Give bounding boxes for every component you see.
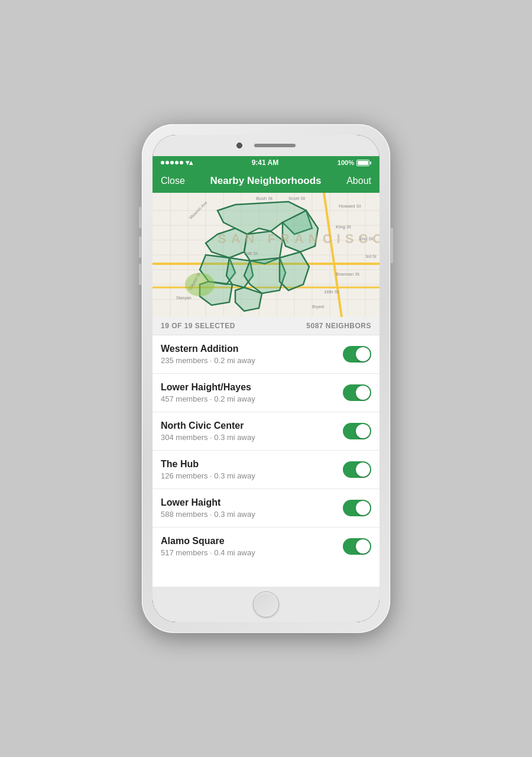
neighborhood-list: Western Addition 235 members · 0.2 mi aw…	[153, 335, 379, 587]
neighborhood-item-the-hub[interactable]: The Hub 126 members · 0.3 mi away	[153, 451, 379, 489]
close-button[interactable]: Close	[161, 176, 185, 186]
nav-title: Nearby Neighborhoods	[210, 175, 322, 187]
neighborhood-details: 588 members · 0.3 mi away	[161, 510, 343, 519]
toggle-lower-haight[interactable]	[343, 500, 371, 516]
signal-dot-2	[166, 161, 169, 164]
neighborhood-name: Alamo Square	[161, 536, 343, 546]
selection-bar: 19 OF 19 SELECTED 5087 NEIGHBORS	[153, 317, 379, 335]
neighborhood-item-alamo-square[interactable]: Alamo Square 517 members · 0.4 mi away	[153, 528, 379, 565]
signal-dot-3	[170, 161, 174, 164]
svg-text:Bryant: Bryant	[312, 305, 324, 309]
toggle-knob	[356, 539, 370, 554]
status-time: 9:41 AM	[252, 158, 279, 167]
toggle-knob	[356, 424, 370, 438]
neighborhood-name: North Civic Center	[161, 420, 343, 431]
neighborhood-item-lower-haight[interactable]: Lower Haight 588 members · 0.3 mi away	[153, 489, 379, 528]
neighborhood-info: Lower Haight 588 members · 0.3 mi away	[161, 497, 343, 519]
neighborhood-details: 126 members · 0.3 mi away	[161, 471, 343, 480]
toggle-knob	[356, 386, 370, 400]
map-container[interactable]: SAN FRANCISCO Bush St Masonic Ave Scott …	[153, 193, 379, 317]
toggle-western-addition[interactable]	[343, 346, 371, 363]
neighborhood-name: The Hub	[161, 459, 343, 470]
phone-screen: ▾▴ 9:41 AM 100% Close Nearby Neighborhoo…	[153, 156, 379, 587]
neighborhood-name: Lower Haight	[161, 497, 343, 508]
toggle-knob	[356, 347, 370, 361]
neighborhood-info: North Civic Center 304 members · 0.3 mi …	[161, 420, 343, 442]
signal-area: ▾▴	[161, 158, 193, 167]
svg-text:Howard St: Howard St	[339, 203, 361, 209]
selection-count: 19 OF 19 SELECTED	[161, 322, 235, 330]
neighborhood-item-western-addition[interactable]: Western Addition 235 members · 0.2 mi aw…	[153, 335, 379, 374]
signal-dot-1	[161, 161, 164, 164]
status-right: 100%	[338, 159, 371, 166]
neighborhood-details: 517 members · 0.4 mi away	[161, 548, 343, 557]
phone-device: ▾▴ 9:41 AM 100% Close Nearby Neighborhoo…	[142, 124, 390, 633]
neighborhood-item-north-civic-center[interactable]: North Civic Center 304 members · 0.3 mi …	[153, 412, 379, 451]
neighborhood-info: Alamo Square 517 members · 0.4 mi away	[161, 536, 343, 557]
svg-text:2nd St: 2nd St	[359, 236, 374, 241]
neighborhood-details: 457 members · 0.2 mi away	[161, 394, 343, 403]
signal-dots	[161, 161, 183, 164]
home-button[interactable]	[253, 591, 279, 617]
navigation-bar: Close Nearby Neighborhoods About	[153, 169, 379, 193]
phone-top-bar	[153, 135, 379, 156]
toggle-alamo-square[interactable]	[343, 538, 371, 555]
toggle-knob	[356, 501, 370, 515]
neighbors-count: 5087 NEIGHBORS	[306, 322, 371, 330]
earpiece-speaker	[254, 144, 296, 147]
wifi-icon: ▾▴	[186, 158, 193, 167]
neighborhood-details: 304 members · 0.3 mi away	[161, 433, 343, 442]
battery-icon	[356, 160, 371, 166]
neighborhood-details: 235 members · 0.2 mi away	[161, 356, 343, 365]
map-svg: SAN FRANCISCO Bush St Masonic Ave Scott …	[153, 193, 379, 317]
battery-tip	[370, 161, 371, 164]
svg-text:King St: King St	[336, 224, 352, 229]
neighborhood-info: Lower Haight/Hayes 457 members · 0.2 mi …	[161, 382, 343, 403]
battery-body	[356, 160, 369, 166]
neighborhood-name: Lower Haight/Hayes	[161, 382, 343, 393]
status-bar: ▾▴ 9:41 AM 100%	[153, 156, 379, 169]
svg-text:SAN FRANCISCO: SAN FRANCISCO	[218, 231, 379, 246]
svg-text:16th St: 16th St	[324, 289, 339, 295]
neighborhood-info: Western Addition 235 members · 0.2 mi aw…	[161, 344, 343, 365]
front-camera	[236, 143, 242, 148]
phone-bottom	[153, 587, 379, 622]
svg-text:Fell St: Fell St	[244, 251, 258, 256]
phone-inner: ▾▴ 9:41 AM 100% Close Nearby Neighborhoo…	[153, 135, 379, 622]
toggle-knob	[356, 462, 370, 477]
svg-text:Scott St: Scott St	[288, 196, 306, 201]
toggle-the-hub[interactable]	[343, 461, 371, 478]
svg-text:Bush St: Bush St	[256, 196, 273, 201]
neighborhood-info: The Hub 126 members · 0.3 mi away	[161, 459, 343, 480]
svg-text:3rd St: 3rd St	[365, 254, 377, 258]
signal-dot-4	[175, 161, 179, 164]
about-button[interactable]: About	[346, 176, 371, 186]
neighborhood-name: Western Addition	[161, 344, 343, 354]
svg-text:Brannan St: Brannan St	[336, 271, 360, 277]
battery-percentage: 100%	[338, 159, 354, 166]
svg-text:Stanyan: Stanyan	[176, 296, 192, 300]
toggle-north-civic-center[interactable]	[343, 423, 371, 439]
toggle-lower-haight-hayes[interactable]	[343, 384, 371, 401]
battery-fill	[358, 161, 368, 165]
neighborhood-item-lower-haight-hayes[interactable]: Lower Haight/Hayes 457 members · 0.2 mi …	[153, 374, 379, 412]
signal-dot-5	[180, 161, 183, 164]
